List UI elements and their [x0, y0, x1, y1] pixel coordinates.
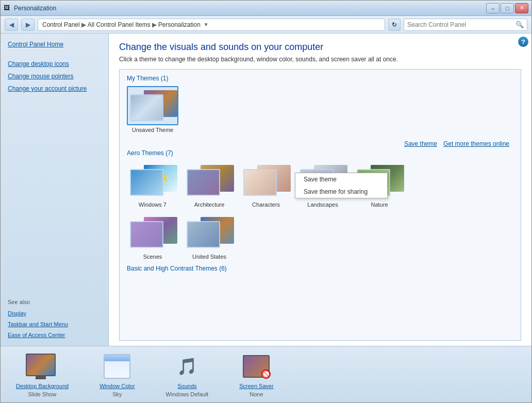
minimize-button[interactable]: –: [486, 3, 500, 13]
theme-landscapes-name: Landscapes: [307, 202, 338, 208]
see-also-label: See also: [8, 299, 101, 305]
theme-united-states-thumb[interactable]: [184, 213, 235, 252]
theme-windows7-thumb[interactable]: 🌟: [127, 161, 178, 200]
forward-button[interactable]: ▶: [21, 19, 35, 31]
theme-united-states[interactable]: United States: [184, 213, 235, 260]
my-themes-label: My Themes (1): [127, 75, 513, 82]
refresh-button[interactable]: ↻: [388, 19, 401, 31]
titlebar-title: Personalization: [14, 5, 486, 12]
main-layout: Control Panel Home Change desktop icons …: [1, 33, 531, 346]
breadcrumb[interactable]: Control Panel ▶ All Control Panel Items …: [38, 19, 385, 31]
sidebar-item-change-mouse-pointers[interactable]: Change mouse pointers: [8, 72, 101, 81]
window-color-icon: [101, 352, 134, 381]
breadcrumb-dropdown[interactable]: ▼: [204, 22, 209, 27]
sidebar-ease-access-link[interactable]: Ease of Access Center: [8, 332, 101, 338]
window-color-label[interactable]: Window Color: [99, 383, 135, 389]
maximize-button[interactable]: □: [501, 3, 514, 13]
desktop-background-item[interactable]: Desktop Background Slide Show: [16, 352, 69, 397]
back-button[interactable]: ◀: [5, 19, 18, 31]
unsaved-theme-name: Unsaved Theme: [132, 127, 174, 133]
theme-scenes[interactable]: Scenes: [127, 213, 178, 260]
bottom-toolbar: Desktop Background Slide Show Window Col…: [1, 346, 531, 402]
unsaved-folder-thumb: [128, 87, 178, 125]
theme-nature-name: Nature: [371, 202, 388, 208]
sounds-item[interactable]: 🎵 Sounds Windows Default: [166, 352, 209, 397]
my-themes-row: Unsaved Theme: [127, 86, 513, 133]
screen-saver-item[interactable]: 🚫 Screen Saver None: [239, 352, 274, 397]
aero-themes-label: Aero Themes (7): [127, 149, 513, 157]
breadcrumb-item-0[interactable]: Control Panel: [42, 21, 80, 28]
sidebar-display-link[interactable]: Display: [8, 310, 101, 316]
theme-panel: My Themes (1): [119, 69, 521, 341]
theme-scenes-thumb[interactable]: [127, 213, 178, 252]
theme-characters-thumb[interactable]: [240, 161, 292, 200]
unsaved-theme-item[interactable]: Unsaved Theme: [127, 86, 178, 133]
save-theme-link[interactable]: Save theme: [404, 140, 437, 147]
screen-saver-icon-wrap: 🚫: [240, 352, 273, 381]
get-more-themes-link[interactable]: Get more themes online: [443, 140, 509, 147]
desktop-background-label[interactable]: Desktop Background: [16, 383, 69, 389]
unsaved-bg2: [130, 94, 163, 121]
breadcrumb-item-2[interactable]: Personalization: [158, 21, 201, 28]
basic-themes-label: Basic and High Contrast Themes (6): [127, 265, 513, 272]
theme-architecture-thumb[interactable]: [184, 161, 235, 200]
screen-saver-sub: None: [250, 391, 263, 397]
titlebar: 🖼 Personalization – □ ✕: [1, 1, 531, 16]
breadcrumb-sep-0: ▶: [81, 21, 86, 28]
sidebar-taskbar-link[interactable]: Taskbar and Start Menu: [8, 321, 101, 327]
theme-united-states-name: United States: [192, 254, 226, 260]
no-screensaver-badge: 🚫: [261, 370, 271, 379]
breadcrumb-item-1[interactable]: All Control Panel Items: [88, 21, 151, 28]
window-color-sub: Sky: [112, 391, 122, 397]
sidebar-item-change-desktop-icons[interactable]: Change desktop icons: [8, 59, 101, 69]
sidebar: Control Panel Home Change desktop icons …: [1, 33, 109, 346]
sounds-sub: Windows Default: [166, 391, 209, 397]
theme-architecture[interactable]: Architecture: [184, 161, 235, 208]
context-menu: Save theme Save theme for sharing: [295, 173, 388, 198]
titlebar-icon: 🖼: [4, 4, 12, 12]
titlebar-buttons: – □ ✕: [486, 3, 528, 13]
breadcrumb-sep-1: ▶: [152, 21, 157, 28]
context-save-theme[interactable]: Save theme: [295, 173, 387, 186]
help-button[interactable]: ?: [518, 37, 528, 47]
addressbar: ◀ ▶ Control Panel ▶ All Control Panel It…: [1, 16, 531, 33]
sounds-icon-wrap: 🎵: [171, 352, 204, 381]
theme-scroll-area[interactable]: My Themes (1): [120, 70, 521, 340]
screen-saver-label[interactable]: Screen Saver: [239, 383, 274, 389]
theme-architecture-name: Architecture: [194, 202, 225, 208]
close-button[interactable]: ✕: [515, 3, 528, 13]
sounds-icon: 🎵: [177, 357, 197, 376]
theme-scenes-name: Scenes: [143, 254, 162, 260]
search-input[interactable]: [407, 21, 516, 28]
desktop-background-sub: Slide Show: [28, 391, 57, 397]
page-subtitle: Click a theme to change the desktop back…: [119, 56, 521, 63]
page-title: Change the visuals and sounds on your co…: [119, 42, 521, 53]
save-links-row: Save theme Get more themes online: [127, 138, 513, 149]
theme-characters[interactable]: Characters: [240, 161, 292, 208]
sidebar-item-change-account-picture[interactable]: Change your account picture: [8, 84, 101, 93]
sidebar-item-control-panel-home[interactable]: Control Panel Home: [8, 40, 101, 49]
desktop-background-icon: [26, 352, 59, 381]
screen-saver-icon: 🚫: [243, 355, 270, 378]
sounds-label[interactable]: Sounds: [177, 383, 196, 389]
search-box[interactable]: 🔍: [404, 19, 527, 31]
search-icon[interactable]: 🔍: [516, 21, 524, 28]
theme-characters-name: Characters: [252, 202, 280, 208]
unsaved-theme-thumb[interactable]: [127, 86, 178, 125]
aero-themes-row2: Scenes: [127, 213, 513, 260]
theme-windows7-name: Windows 7: [139, 202, 167, 208]
content-area: ? Change the visuals and sounds on your …: [109, 33, 531, 346]
context-save-theme-sharing[interactable]: Save theme for sharing: [295, 186, 387, 198]
theme-windows7[interactable]: 🌟 Windows 7: [127, 161, 178, 208]
main-window: 🖼 Personalization – □ ✕ ◀ ▶ Control Pane…: [0, 0, 532, 403]
window-color-item[interactable]: Window Color Sky: [99, 352, 135, 397]
